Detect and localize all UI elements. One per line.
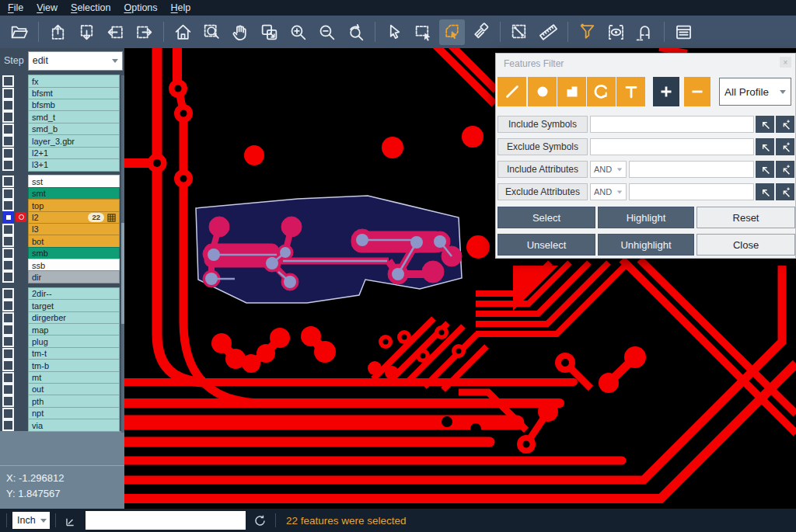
layer-row-map[interactable]: map: [0, 324, 124, 336]
pan-up-icon[interactable]: [45, 19, 71, 45]
menu-view[interactable]: View: [37, 2, 58, 13]
layer-checkbox[interactable]: [2, 88, 14, 99]
layer-checkbox[interactable]: [2, 419, 14, 431]
step-select[interactable]: edit: [28, 51, 123, 71]
layer-row-l3+1[interactable]: l3+1: [0, 159, 124, 171]
layer-checkbox[interactable]: [2, 312, 14, 324]
zoom-out-icon[interactable]: [314, 19, 340, 45]
zoom-window-icon[interactable]: [199, 19, 225, 45]
layer-row-smb[interactable]: smb: [0, 247, 124, 259]
reset-button[interactable]: Reset: [696, 207, 795, 228]
layer-checkbox[interactable]: [2, 99, 14, 111]
open-file-icon[interactable]: [6, 19, 32, 45]
select-button[interactable]: Select: [498, 207, 595, 228]
filter-value-input[interactable]: [590, 138, 754, 155]
filter-row-label-button[interactable]: Include Attributes: [498, 161, 588, 178]
layer-checkbox[interactable]: [2, 271, 14, 283]
layer-chip[interactable]: via: [28, 419, 120, 432]
pick-add-from-canvas-icon[interactable]: [776, 116, 794, 133]
arc-feature-icon[interactable]: [587, 77, 616, 106]
menu-selection[interactable]: Selection: [71, 2, 110, 13]
pad-feature-icon[interactable]: [528, 77, 557, 106]
layer-chip[interactable]: l3+1: [28, 158, 120, 172]
refresh-icon[interactable]: [253, 513, 267, 528]
profile-select[interactable]: All Profile: [719, 78, 791, 106]
menu-help[interactable]: Help: [171, 2, 191, 13]
layer-row-l3[interactable]: l3: [0, 224, 124, 235]
layer-checkbox[interactable]: [2, 224, 14, 235]
home-view-icon[interactable]: [170, 19, 196, 45]
layer-row-target[interactable]: target: [0, 300, 124, 311]
layer-checkbox[interactable]: [2, 360, 14, 371]
layer-row-smd_t[interactable]: smd_t: [0, 111, 124, 123]
layer-row-npt[interactable]: npt: [0, 408, 124, 419]
features-filter-icon[interactable]: [574, 19, 600, 45]
layer-row-plug[interactable]: plug: [0, 336, 124, 347]
layer-row-out[interactable]: out: [0, 384, 124, 395]
layer-checkbox[interactable]: [2, 408, 14, 419]
layer-chip[interactable]: dir: [28, 270, 120, 283]
filter-row-label-button[interactable]: Exclude Symbols: [498, 138, 588, 155]
pointer-select-icon[interactable]: [382, 19, 407, 45]
layer-checkbox[interactable]: [2, 300, 14, 311]
filter-value-input[interactable]: [629, 183, 754, 200]
layer-checkbox[interactable]: [2, 200, 14, 211]
operator-select[interactable]: AND: [590, 183, 627, 200]
layer-row-bfsmb[interactable]: bfsmb: [0, 99, 124, 111]
unselect-button[interactable]: Unselect: [498, 234, 595, 256]
layer-checkbox[interactable]: [2, 336, 14, 347]
layer-checkbox[interactable]: [2, 211, 14, 223]
pick-from-canvas-icon[interactable]: [756, 138, 774, 155]
layer-checkbox[interactable]: [2, 159, 14, 171]
pick-add-from-canvas-icon[interactable]: [776, 183, 794, 200]
measure-corner-icon[interactable]: [64, 513, 79, 528]
zoom-in-icon[interactable]: [285, 19, 311, 45]
layer-row-dir[interactable]: dir: [0, 271, 124, 283]
surface-feature-icon[interactable]: [557, 77, 586, 106]
pan-down-icon[interactable]: [74, 19, 100, 45]
layer-row-via[interactable]: via: [0, 419, 124, 431]
layer-checkbox[interactable]: [2, 259, 14, 271]
layer-checkbox[interactable]: [2, 348, 14, 360]
menu-options[interactable]: Options: [124, 2, 157, 13]
layer-row-mt[interactable]: mt: [0, 371, 124, 383]
layer-row-bfsmt[interactable]: bfsmt: [0, 87, 124, 99]
add-filter-button[interactable]: [653, 77, 679, 106]
pick-from-canvas-icon[interactable]: [756, 161, 774, 178]
layer-checkbox[interactable]: [2, 235, 14, 247]
text-feature-icon[interactable]: [616, 77, 645, 106]
layer-row-dirgerber[interactable]: dirgerber: [0, 311, 124, 323]
layer-row-top[interactable]: top: [0, 200, 124, 211]
layer-checkbox[interactable]: [2, 324, 14, 336]
layer-row-l2[interactable]: l222: [0, 211, 124, 223]
units-select[interactable]: Inch: [12, 512, 50, 529]
layer-row-tm-t[interactable]: tm-t: [0, 348, 124, 360]
close-icon[interactable]: ×: [780, 57, 791, 68]
layer-row-tm-b[interactable]: tm-b: [0, 360, 124, 371]
pan-right-icon[interactable]: [131, 19, 157, 45]
layer-row-smd_b[interactable]: smd_b: [0, 123, 124, 135]
layer-row-2dir--[interactable]: 2dir--: [0, 288, 124, 300]
zoom-previous-icon[interactable]: [343, 19, 368, 45]
layer-row-pth[interactable]: pth: [0, 395, 124, 407]
layer-row-l2+1[interactable]: l2+1: [0, 147, 124, 158]
move-view-icon[interactable]: [257, 19, 282, 45]
menu-file[interactable]: File: [8, 2, 23, 13]
pan-left-icon[interactable]: [103, 19, 128, 45]
line-feature-icon[interactable]: [498, 77, 526, 106]
layer-checkbox[interactable]: [2, 395, 14, 407]
layer-checkbox[interactable]: [2, 135, 14, 147]
remove-filter-button[interactable]: [684, 77, 710, 106]
layer-row-layer_3.gbr[interactable]: layer_3.gbr: [0, 135, 124, 147]
layer-checkbox[interactable]: [2, 148, 14, 159]
filter-row-label-button[interactable]: Exclude Attributes: [498, 183, 588, 200]
measure-ruler-icon[interactable]: [536, 19, 561, 45]
snap-mode-icon[interactable]: [632, 19, 658, 45]
filter-value-input[interactable]: [629, 161, 754, 178]
layer-checkbox[interactable]: [2, 176, 14, 187]
layer-checkbox[interactable]: [2, 372, 14, 384]
layer-checkbox[interactable]: [2, 75, 14, 87]
report-panel-icon[interactable]: [671, 19, 696, 45]
layer-checkbox[interactable]: [2, 188, 14, 200]
command-input[interactable]: [86, 511, 246, 530]
